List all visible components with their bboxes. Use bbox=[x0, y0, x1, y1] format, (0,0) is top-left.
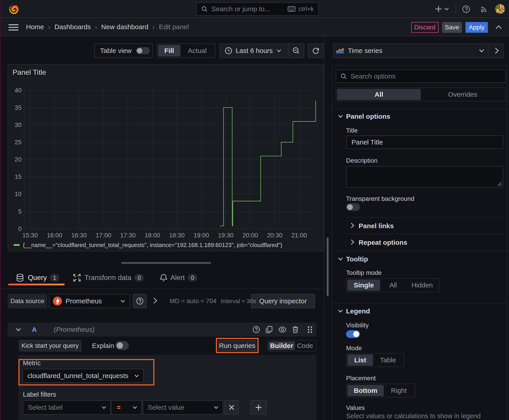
svg-text:40: 40 bbox=[15, 87, 22, 94]
svg-text:20: 20 bbox=[15, 156, 22, 163]
svg-text:20:30: 20:30 bbox=[267, 232, 282, 239]
svg-text:17:00: 17:00 bbox=[96, 232, 111, 239]
svg-text:19:00: 19:00 bbox=[193, 232, 209, 239]
svg-text:0: 0 bbox=[18, 225, 22, 232]
svg-text:5: 5 bbox=[18, 208, 22, 215]
svg-text:18:00: 18:00 bbox=[144, 232, 160, 239]
svg-text:16:00: 16:00 bbox=[47, 232, 62, 239]
svg-text:15: 15 bbox=[15, 173, 22, 180]
svg-text:18:30: 18:30 bbox=[169, 232, 184, 239]
svg-text:16:30: 16:30 bbox=[71, 232, 87, 239]
svg-text:10: 10 bbox=[15, 190, 22, 197]
svg-text:20:00: 20:00 bbox=[242, 232, 258, 239]
svg-text:15:30: 15:30 bbox=[22, 232, 38, 239]
svg-text:25: 25 bbox=[15, 139, 22, 146]
svg-text:21:00: 21:00 bbox=[291, 232, 307, 239]
svg-text:35: 35 bbox=[15, 104, 22, 111]
svg-text:19:30: 19:30 bbox=[218, 232, 233, 239]
svg-text:30: 30 bbox=[15, 121, 22, 128]
svg-text:17:30: 17:30 bbox=[120, 232, 136, 239]
